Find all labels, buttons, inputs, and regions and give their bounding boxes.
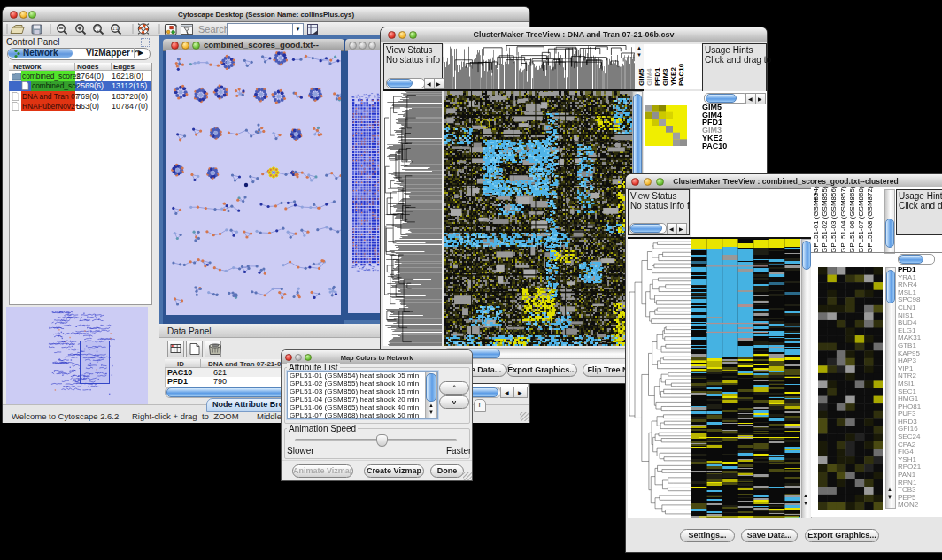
svg-text:1:1: 1:1 bbox=[112, 27, 119, 31]
